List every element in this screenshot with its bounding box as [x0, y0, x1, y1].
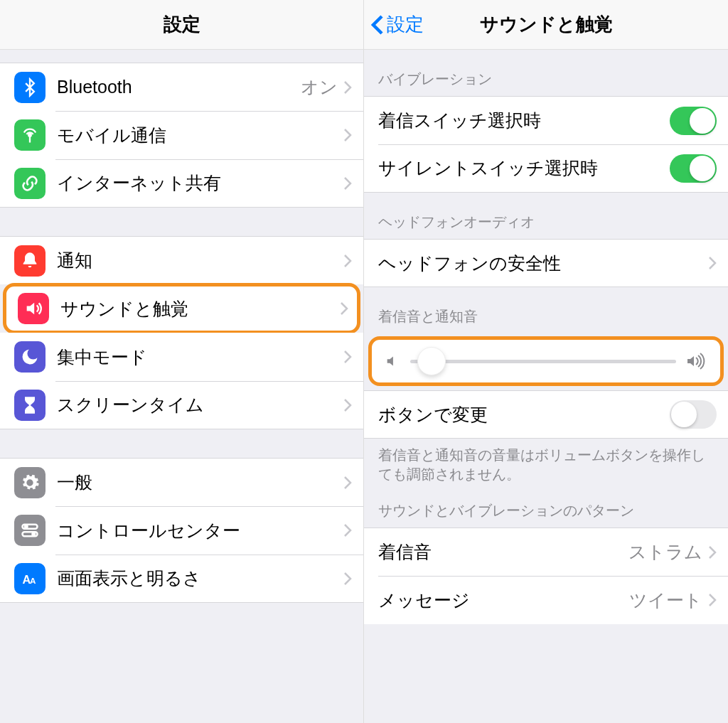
row-label: 通知	[57, 249, 343, 272]
row-label: ヘッドフォンの安全性	[378, 252, 708, 275]
svg-text:A: A	[30, 576, 36, 585]
hourglass-icon	[14, 390, 46, 421]
row-label: 集中モード	[57, 346, 343, 369]
back-label: 設定	[387, 12, 424, 37]
navbar-right: 設定 サウンドと触覚	[364, 0, 728, 50]
chevron-right-icon	[343, 350, 352, 364]
toggle-change-with-buttons[interactable]	[670, 400, 717, 429]
ringer-volume-slider[interactable]	[368, 336, 724, 386]
row-label: Bluetooth	[57, 77, 301, 97]
row-label: インターネット共有	[57, 171, 343, 195]
row-label: 着信音	[378, 540, 628, 564]
section-header-headphone: ヘッドフォンオーディオ	[364, 193, 728, 239]
section-footer-ringer: 着信音と通知音の音量はボリュームボタンを操作しても調節されません。	[364, 439, 728, 488]
row-headphone-safety[interactable]: ヘッドフォンの安全性	[364, 239, 728, 287]
chevron-right-icon	[343, 128, 352, 142]
gear-icon	[14, 467, 46, 498]
chevron-right-icon	[708, 593, 717, 607]
spacer	[0, 50, 363, 63]
slider-track[interactable]	[410, 360, 676, 363]
row-label: スクリーンタイム	[57, 393, 343, 417]
toggle-vibrate-ring[interactable]	[670, 107, 717, 135]
section-header-ringer: 着信音と通知音	[364, 287, 728, 333]
settings-row-bluetooth[interactable]: Bluetooth オン	[0, 63, 363, 111]
settings-row-screentime[interactable]: スクリーンタイム	[0, 381, 363, 429]
row-label: サウンドと触覚	[60, 297, 340, 321]
row-label: 一般	[57, 471, 343, 494]
svg-point-0	[28, 134, 31, 136]
row-detail: オン	[301, 75, 338, 99]
row-ringtone[interactable]: 着信音 ストラム	[364, 527, 728, 576]
navbar-left: 設定	[0, 0, 363, 50]
section-header-vibrate: バイブレーション	[364, 50, 728, 96]
svg-point-2	[25, 525, 28, 528]
chevron-right-icon	[343, 80, 352, 95]
row-label: サイレントスイッチ選択時	[378, 156, 670, 180]
spacer	[0, 208, 363, 236]
settings-row-cellular[interactable]: モバイル通信	[0, 111, 363, 159]
settings-list[interactable]: Bluetooth オン モバイル通信 インターネット共有 通知	[0, 50, 363, 723]
bluetooth-icon	[14, 72, 46, 103]
row-label: モバイル通信	[57, 124, 343, 147]
chevron-right-icon	[343, 254, 352, 268]
row-text-tone[interactable]: メッセージ ツイート	[364, 576, 728, 624]
navbar-title: サウンドと触覚	[480, 12, 613, 37]
antenna-icon	[14, 119, 46, 151]
row-label: ボタンで変更	[378, 403, 670, 427]
toggle-vibrate-silent[interactable]	[670, 154, 717, 183]
chevron-right-icon	[708, 545, 717, 559]
chevron-right-icon	[343, 176, 352, 191]
slider-thumb[interactable]	[417, 347, 446, 375]
row-detail: ツイート	[629, 589, 702, 612]
switches-icon	[14, 515, 46, 546]
settings-row-general[interactable]: 一般	[0, 458, 363, 506]
settings-row-controlcenter[interactable]: コントロールセンター	[0, 506, 363, 555]
row-label: 着信スイッチ選択時	[378, 109, 670, 132]
text-size-icon: AA	[14, 563, 46, 594]
settings-row-focus[interactable]: 集中モード	[0, 333, 363, 381]
chevron-right-icon	[343, 476, 352, 490]
spacer	[0, 429, 363, 458]
back-button[interactable]: 設定	[371, 12, 424, 37]
settings-row-notifications[interactable]: 通知	[0, 236, 363, 284]
svg-point-4	[33, 533, 36, 536]
sounds-list[interactable]: バイブレーション 着信スイッチ選択時 サイレントスイッチ選択時 ヘッドフォンオー…	[364, 50, 728, 723]
speaker-icon	[18, 293, 49, 324]
settings-row-sounds[interactable]: サウンドと触覚	[3, 283, 360, 334]
bell-icon	[14, 245, 46, 277]
settings-row-hotspot[interactable]: インターネット共有	[0, 159, 363, 208]
moon-icon	[14, 341, 46, 373]
chevron-right-icon	[340, 301, 348, 316]
link-icon	[14, 168, 46, 199]
volume-low-icon	[385, 353, 400, 369]
settings-root-pane: 設定 Bluetooth オン モバイル通信 インターネット共有	[0, 0, 364, 723]
settings-row-display[interactable]: AA 画面表示と明るさ	[0, 555, 363, 603]
chevron-right-icon	[343, 572, 352, 586]
row-vibrate-on-silent[interactable]: サイレントスイッチ選択時	[364, 144, 728, 193]
row-label: 画面表示と明るさ	[57, 567, 343, 590]
section-header-patterns: サウンドとバイブレーションのパターン	[364, 488, 728, 527]
navbar-title: 設定	[164, 12, 200, 37]
row-label: コントロールセンター	[57, 519, 343, 542]
volume-high-icon	[686, 353, 707, 370]
sounds-detail-pane: 設定 サウンドと触覚 バイブレーション 着信スイッチ選択時 サイレントスイッチ選…	[364, 0, 728, 723]
row-detail: ストラム	[628, 540, 702, 564]
row-vibrate-on-ring[interactable]: 着信スイッチ選択時	[364, 96, 728, 144]
chevron-right-icon	[343, 523, 352, 537]
chevron-right-icon	[343, 398, 352, 412]
row-change-with-buttons[interactable]: ボタンで変更	[364, 390, 728, 439]
chevron-right-icon	[708, 256, 717, 270]
row-label: メッセージ	[378, 589, 629, 612]
